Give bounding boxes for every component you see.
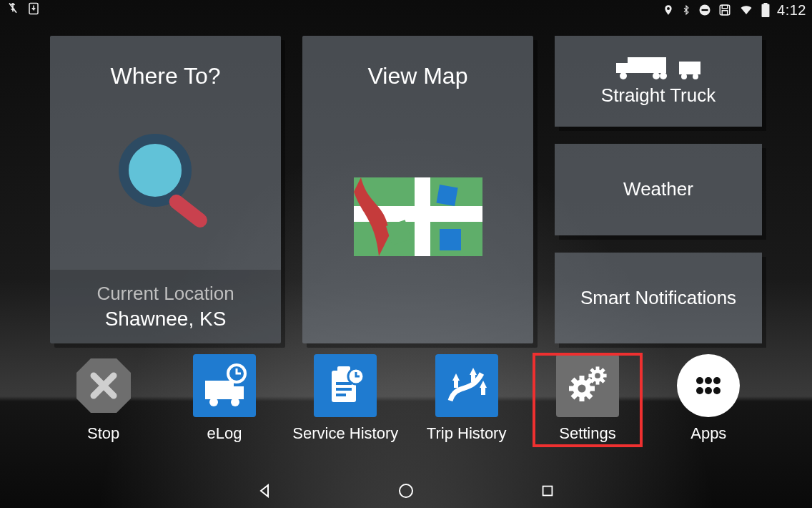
dock-settings[interactable]: Settings: [534, 354, 641, 446]
weather-label: Weather: [623, 178, 693, 200]
dock-stop[interactable]: Stop: [50, 354, 157, 443]
where-to-footer: Current Location Shawnee, KS: [50, 270, 281, 343]
view-map-title: View Map: [368, 63, 468, 89]
vehicle-profile-label: Straight Truck: [601, 84, 716, 107]
svg-rect-35: [336, 394, 346, 396]
stop-icon: [72, 354, 135, 417]
smart-notifications-tile[interactable]: Smart Notifications: [555, 253, 762, 343]
home-tiles: Where To? Current Location Shawnee, KS V…: [50, 36, 762, 343]
view-map-tile[interactable]: View Map: [302, 36, 533, 343]
svg-point-63: [713, 387, 721, 394]
service-history-icon: [314, 354, 377, 417]
svg-rect-38: [471, 375, 475, 382]
svg-point-49: [593, 371, 603, 381]
svg-point-59: [705, 377, 712, 384]
svg-rect-15: [440, 229, 461, 250]
svg-point-20: [653, 72, 660, 79]
status-bar: 4:12: [0, 0, 812, 20]
settings-icon: [556, 354, 619, 417]
trip-history-icon: [435, 354, 498, 417]
svg-point-61: [696, 387, 703, 394]
svg-line-55: [602, 380, 605, 383]
usb-disabled-icon: [6, 1, 20, 19]
bluetooth-icon: [681, 3, 691, 17]
smart-notifications-label: Smart Notifications: [580, 287, 736, 309]
dock-service-history[interactable]: Service History: [292, 354, 399, 443]
svg-rect-65: [543, 487, 553, 496]
svg-point-23: [681, 74, 687, 79]
dock-apps[interactable]: Apps: [655, 354, 762, 443]
svg-rect-2: [702, 9, 708, 11]
svg-rect-26: [205, 381, 234, 399]
svg-rect-17: [628, 57, 666, 73]
svg-point-29: [231, 398, 239, 406]
battery-icon: [761, 3, 770, 17]
dock-label: Service History: [292, 424, 398, 443]
vehicle-profile-tile[interactable]: Straight Truck: [555, 36, 762, 127]
svg-point-62: [705, 387, 712, 394]
svg-rect-27: [231, 386, 244, 399]
svg-rect-22: [679, 62, 700, 74]
current-location-label: Current Location: [96, 283, 234, 305]
dock-label: Stop: [87, 424, 119, 443]
dock: Stop eLog: [0, 354, 812, 465]
svg-point-40: [575, 382, 588, 395]
svg-line-57: [602, 369, 605, 372]
nav-bar: [0, 474, 812, 508]
svg-rect-37: [454, 381, 458, 388]
svg-rect-10: [166, 192, 209, 230]
svg-line-46: [588, 394, 591, 398]
dock-trip-history[interactable]: Trip History: [413, 354, 520, 443]
svg-rect-6: [762, 4, 770, 17]
svg-rect-7: [763, 3, 767, 5]
apps-icon: [677, 354, 740, 417]
nav-recent[interactable]: [538, 481, 558, 501]
location-icon: [663, 3, 674, 17]
where-to-tile[interactable]: Where To? Current Location Shawnee, KS: [50, 36, 281, 343]
nav-back[interactable]: [254, 481, 274, 501]
svg-point-64: [400, 484, 412, 497]
svg-line-56: [591, 380, 594, 383]
dock-label: eLog: [207, 424, 242, 443]
weather-tile[interactable]: Weather: [555, 144, 762, 235]
wifi-icon: [738, 4, 754, 16]
dock-label: Apps: [690, 424, 726, 443]
svg-point-58: [696, 377, 703, 384]
svg-line-47: [573, 394, 576, 398]
svg-rect-34: [336, 388, 352, 391]
svg-point-24: [693, 74, 698, 79]
clock: 4:12: [777, 2, 806, 19]
nav-home[interactable]: [396, 481, 416, 501]
svg-line-45: [573, 379, 576, 383]
save-icon: [718, 4, 731, 16]
dock-label: Trip History: [427, 424, 507, 443]
do-not-disturb-icon: [698, 4, 711, 16]
svg-rect-18: [616, 63, 628, 73]
svg-rect-13: [415, 177, 430, 256]
map-icon: [347, 89, 490, 343]
svg-rect-4: [722, 5, 728, 9]
svg-point-28: [209, 398, 218, 406]
download-icon: [27, 2, 40, 19]
search-icon: [105, 89, 227, 270]
where-to-title: Where To?: [110, 63, 220, 89]
svg-point-60: [713, 377, 721, 384]
current-location-value: Shawnee, KS: [105, 308, 227, 331]
svg-rect-33: [336, 382, 352, 385]
dock-label: Settings: [559, 424, 616, 443]
svg-point-21: [660, 72, 667, 79]
svg-line-54: [591, 369, 594, 372]
svg-point-19: [620, 72, 627, 79]
dock-elog[interactable]: eLog: [171, 354, 278, 443]
svg-rect-14: [436, 185, 457, 206]
elog-icon: [193, 354, 256, 417]
svg-rect-39: [481, 388, 485, 395]
truck-icon: [615, 56, 702, 80]
svg-rect-5: [722, 11, 728, 15]
